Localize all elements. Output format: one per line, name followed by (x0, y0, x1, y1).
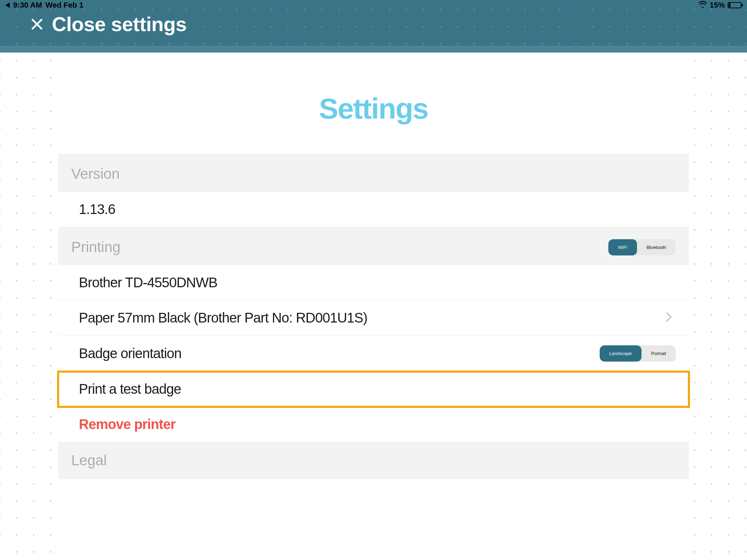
section-header-printing: Printing WiFi Bluetooth (58, 227, 689, 265)
section-label: Legal (71, 452, 107, 469)
segment-portrait[interactable]: Portrait (642, 345, 676, 362)
header-subbar (0, 46, 747, 53)
status-date: Wed Feb 1 (46, 1, 84, 10)
paper-row[interactable]: Paper 57mm Black (Brother Part No: RD001… (58, 300, 689, 336)
ios-status-bar: 9:30 AM Wed Feb 1 15% (0, 0, 747, 10)
wifi-icon (699, 1, 707, 10)
printer-row[interactable]: Brother TD-4550DNWB (58, 265, 689, 300)
app-header: 9:30 AM Wed Feb 1 15% Close settings (0, 0, 747, 46)
close-icon[interactable] (30, 18, 44, 31)
version-row: 1.13.6 (58, 192, 689, 227)
page-title: Settings (0, 92, 747, 125)
battery-icon (728, 2, 741, 8)
section-header-version: Version (58, 154, 689, 192)
segment-landscape[interactable]: Landscape (600, 345, 642, 362)
close-settings-button[interactable]: Close settings (52, 12, 186, 36)
orientation-row: Badge orientation Landscape Portrait (58, 336, 689, 372)
version-value: 1.13.6 (79, 202, 115, 217)
settings-card: Version 1.13.6 Printing WiFi Bluetooth B… (58, 154, 689, 479)
back-caret-icon[interactable] (6, 2, 10, 8)
section-label: Printing (71, 239, 120, 255)
battery-percent: 15% (710, 1, 725, 10)
print-test-badge-label: Print a test badge (79, 381, 181, 397)
paper-label: Paper 57mm Black (Brother Part No: RD001… (79, 310, 367, 326)
print-test-badge-row[interactable]: Print a test badge (58, 372, 689, 407)
segment-wifi[interactable]: WiFi (608, 239, 637, 255)
orientation-label: Badge orientation (79, 346, 182, 361)
segment-bluetooth[interactable]: Bluetooth (637, 239, 676, 255)
section-label: Version (71, 166, 120, 182)
remove-printer-label: Remove printer (79, 417, 175, 432)
printing-mode-segmented[interactable]: WiFi Bluetooth (608, 239, 676, 255)
status-time: 9:30 AM (13, 1, 42, 10)
orientation-segmented[interactable]: Landscape Portrait (600, 345, 676, 362)
printer-name: Brother TD-4550DNWB (79, 275, 217, 290)
remove-printer-row[interactable]: Remove printer (58, 407, 689, 442)
chevron-right-icon (665, 310, 676, 326)
section-header-legal: Legal (58, 442, 689, 479)
